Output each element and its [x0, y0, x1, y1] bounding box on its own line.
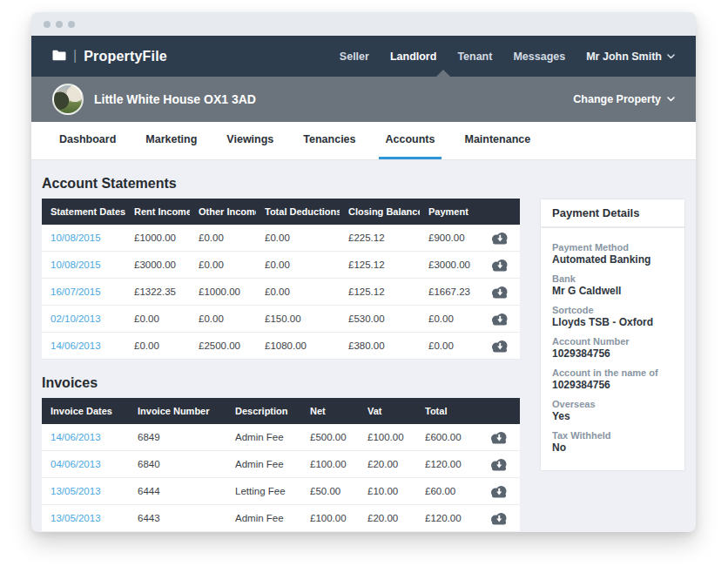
cloud-download-icon[interactable]: [489, 231, 510, 245]
section-tabs: Dashboard Marketing Viewings Tenancies A…: [31, 122, 696, 160]
window-dot[interactable]: [68, 21, 75, 28]
field-value: Mr G Caldwell: [552, 285, 673, 298]
field-label: Sortcode: [552, 305, 673, 316]
invoice-date-link[interactable]: 04/06/2013: [51, 459, 101, 469]
table-row: 04/06/2013 6840 Admin Fee £100.00 £20.00…: [42, 451, 520, 478]
field-label: Bank: [552, 273, 673, 285]
statements-title: Account Statements: [42, 175, 520, 192]
content-area: Account Statements Statement Dates Rent …: [31, 160, 696, 531]
cloud-download-icon[interactable]: [489, 312, 510, 326]
user-menu[interactable]: Mr John Smith: [586, 51, 675, 63]
statements-header-row: Statement Dates Rent Income Other Income…: [42, 199, 520, 225]
top-navbar: | PropertyFile Seller Landlord Tenant Me…: [31, 36, 696, 77]
cloud-download-icon[interactable]: [489, 430, 509, 444]
propertyfile-logo[interactable]: | PropertyFile: [52, 49, 167, 64]
side-column: Payment Details Payment Method Automated…: [540, 199, 685, 531]
nav-pointer-notch: [435, 70, 451, 77]
field-value: Yes: [552, 410, 673, 423]
cell-payment: £0.00: [420, 313, 480, 324]
tab-viewings[interactable]: Viewings: [219, 122, 280, 159]
logo-separator: |: [73, 48, 77, 64]
cloud-download-icon[interactable]: [489, 484, 509, 498]
cell-description: Admin Fee: [226, 459, 301, 469]
cloud-download-icon[interactable]: [489, 258, 510, 272]
field-label: Tax Withheld: [552, 430, 673, 441]
table-row: 10/08/2015 £1000.00 £0.00 £0.00 £225.12 …: [42, 225, 520, 252]
invoice-date-link[interactable]: 13/05/2013: [51, 486, 101, 496]
tab-dashboard[interactable]: Dashboard: [52, 122, 123, 159]
field-overseas: Overseas Yes: [552, 399, 673, 423]
payment-details-title: Payment Details: [541, 199, 684, 228]
cell-total: £600.00: [416, 432, 477, 442]
cell-other-income: £0.00: [190, 259, 256, 270]
cloud-download-icon[interactable]: [489, 339, 510, 353]
logo-text: PropertyFile: [84, 49, 167, 64]
page: | PropertyFile Seller Landlord Tenant Me…: [0, 0, 728, 566]
cell-payment: £0.00: [420, 340, 480, 351]
window-dot[interactable]: [56, 21, 63, 28]
cell-description: Admin Fee: [226, 513, 301, 523]
cell-vat: £100.00: [359, 432, 416, 442]
cell-closing-balance: £225.12: [340, 232, 420, 243]
tab-accounts[interactable]: Accounts: [379, 122, 442, 159]
field-sortcode: Sortcode Lloyds TSB - Oxford: [552, 305, 673, 329]
tab-marketing[interactable]: Marketing: [138, 122, 204, 159]
statement-date-link[interactable]: 16/07/2015: [51, 286, 101, 297]
cloud-download-icon[interactable]: [489, 511, 509, 525]
cell-invoice-number: 6444: [129, 486, 226, 496]
invoices-table: Invoice Dates Invoice Number Description…: [42, 398, 520, 531]
table-row: 16/07/2015 £1322.35 £1000.00 £0.00 £125.…: [42, 279, 520, 306]
property-name: Little White House OX1 3AD: [94, 92, 256, 106]
field-label: Overseas: [552, 399, 673, 410]
nav-landlord[interactable]: Landlord: [390, 51, 436, 63]
col-net: Net: [301, 406, 359, 416]
statement-date-link[interactable]: 10/08/2015: [51, 232, 101, 243]
cell-net: £500.00: [301, 432, 359, 442]
cell-closing-balance: £380.00: [340, 340, 420, 351]
cell-rent-income: £0.00: [125, 313, 190, 324]
cell-net: £100.00: [301, 513, 359, 523]
col-closing-balance: Closing Balance: [340, 206, 420, 217]
window-dot[interactable]: [44, 21, 51, 28]
change-property-button[interactable]: Change Property: [573, 93, 675, 105]
cell-net: £100.00: [301, 459, 359, 469]
statements-table: Statement Dates Rent Income Other Income…: [42, 199, 520, 360]
table-row: 14/06/2013 6849 Admin Fee £500.00 £100.0…: [42, 424, 520, 451]
cell-net: £50.00: [301, 486, 359, 496]
field-label: Payment Method: [552, 242, 673, 253]
cloud-download-icon[interactable]: [489, 457, 509, 471]
table-row: 13/05/2013 6444 Letting Fee £50.00 £10.0…: [42, 478, 520, 505]
property-photo-avatar[interactable]: [52, 84, 84, 115]
cell-vat: £10.00: [359, 486, 416, 496]
cell-closing-balance: £125.12: [340, 259, 420, 270]
field-value: Lloyds TSB - Oxford: [552, 316, 673, 329]
cell-total-deductions: £0.00: [256, 232, 340, 243]
cloud-download-icon[interactable]: [489, 285, 510, 299]
cell-vat: £20.00: [359, 459, 416, 469]
col-invoice-number: Invoice Number: [129, 406, 226, 416]
folder-icon: [52, 49, 66, 64]
statement-date-link[interactable]: 02/10/2013: [51, 313, 101, 324]
field-tax-withheld: Tax Withheld No: [552, 430, 673, 455]
cell-other-income: £2500.00: [190, 340, 256, 351]
cell-rent-income: £0.00: [125, 340, 190, 351]
statement-date-link[interactable]: 10/08/2015: [51, 259, 101, 270]
nav-items: Seller Landlord Tenant Messages Mr John …: [340, 51, 675, 63]
nav-messages[interactable]: Messages: [513, 51, 565, 63]
invoices-header-row: Invoice Dates Invoice Number Description…: [42, 398, 520, 424]
chevron-down-icon: [667, 54, 675, 59]
table-row: 02/10/2013 £0.00 £0.00 £150.00 £530.00 £…: [42, 306, 520, 333]
cell-vat: £20.00: [359, 513, 416, 523]
invoice-date-link[interactable]: 14/06/2013: [51, 432, 101, 442]
nav-seller[interactable]: Seller: [340, 51, 369, 63]
col-payment: Payment: [420, 206, 480, 217]
tab-maintenance[interactable]: Maintenance: [457, 122, 537, 159]
statement-date-link[interactable]: 14/06/2013: [51, 340, 101, 351]
col-rent-income: Rent Income: [125, 206, 190, 217]
invoice-date-link[interactable]: 13/05/2013: [51, 513, 101, 523]
nav-tenant[interactable]: Tenant: [457, 51, 492, 63]
tab-tenancies[interactable]: Tenancies: [296, 122, 362, 159]
cell-rent-income: £3000.00: [125, 259, 190, 270]
cell-closing-balance: £125.12: [340, 286, 420, 297]
col-description: Description: [226, 406, 301, 416]
